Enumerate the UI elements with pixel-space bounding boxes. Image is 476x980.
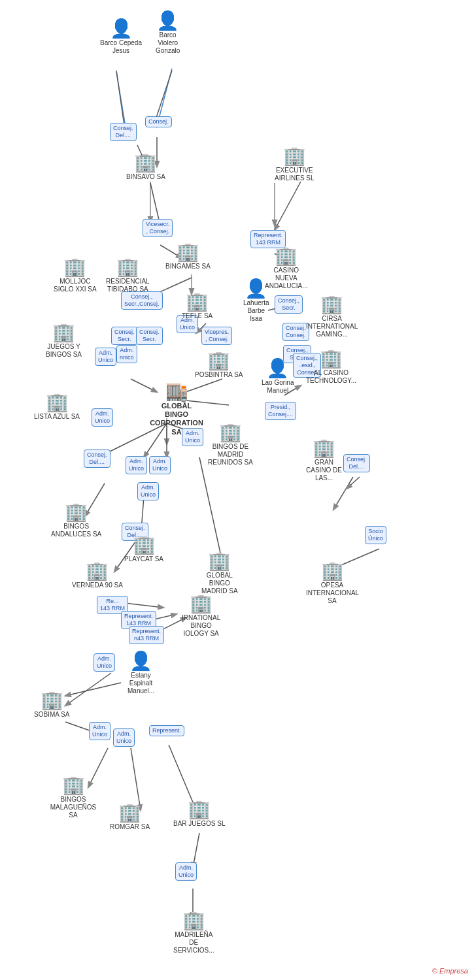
node-tefle: 🏢 TEFLE SA (182, 293, 212, 320)
node-posbintra: 🏢 POSBINTRA SA (195, 351, 243, 379)
building-icon: 🏢 (182, 911, 205, 930)
madrilena-label: MADRILEÑADESERVICIOS... (173, 931, 214, 955)
building-icon: 🏢 (65, 503, 88, 521)
barco-violero-label: BarcoVioleroGonzalo (156, 31, 180, 55)
person-barco-violero: 👤 BarcoVioleroGonzalo (156, 12, 180, 55)
building-icon: 🏢 (320, 295, 343, 314)
sobima-label: SOBIMA SA (34, 711, 69, 719)
building-icon: 🏢 (186, 293, 209, 311)
al-casino-label: AL CASINOTECHNOLOGY... (306, 369, 356, 385)
role-represent-sobima[interactable]: Represent. (149, 725, 184, 736)
role-consej-del[interactable]: Consej.Del.... (110, 123, 137, 141)
lista-azul-label: LISTA AZUL SA (34, 413, 80, 421)
role-vicesecr[interactable]: Vicesecr., Consej. (143, 219, 173, 237)
role-adm-nnico[interactable]: Adm.nnico (116, 345, 137, 363)
building-icon: 🏢 (275, 247, 298, 265)
svg-line-42 (347, 477, 360, 489)
building-icon: 🏢 (116, 258, 139, 276)
node-bingos-madrid: 🏢 BINGOS DEMADRIDREUNIDOS SA (208, 423, 253, 466)
building-icon-red: 🏬 (165, 382, 188, 400)
role-adm-unico-lista[interactable]: Adm.Unico (92, 408, 113, 427)
role-adm-unico-sobima2[interactable]: Adm.Unico (113, 728, 135, 747)
irnational-label: IRNATIONALBINGOIOLOGY SA (182, 614, 220, 638)
lao-gorina-label: Lao GorinaManuel (262, 379, 294, 395)
role-consej-secr-2[interactable]: Consej.Secr. (111, 327, 138, 345)
bingames-label: BINGAMES SA (165, 263, 211, 270)
building-icon: 🏢 (320, 350, 343, 368)
person-icon: 👤 (245, 280, 267, 298)
node-residencial: 🏢 RESIDENCIALTIBIDABO SA (106, 258, 150, 293)
building-icon: 🏢 (188, 800, 211, 819)
lahuerta-label: LahuertaBarbeIsaa (243, 299, 269, 323)
juegos-label: JUEGOS YBINGOS SA (46, 343, 82, 359)
node-madrilena: 🏢 MADRILEÑADESERVICIOS... (173, 911, 214, 955)
cirsa-label: CIRSAINTERNATIONALGAMING... (306, 315, 358, 338)
svg-line-6 (116, 71, 124, 125)
person-icon: 👤 (110, 20, 133, 38)
romgar-label: ROMGAR SA (110, 823, 150, 831)
svg-line-0 (116, 72, 126, 131)
bingos-andaluces-label: BINGOSANDALUCES SA (51, 523, 101, 538)
svg-line-7 (156, 71, 172, 120)
role-adm-unico-estany[interactable]: Adm.Unico (94, 653, 115, 672)
svg-line-26 (199, 457, 222, 562)
svg-line-32 (65, 683, 121, 696)
building-icon: 🏢 (207, 351, 230, 370)
node-al-casino: 🏢 AL CASINOTECHNOLOGY... (306, 350, 356, 385)
node-binsavo: 🏢 BINSAVO SA (126, 154, 165, 181)
building-icon: 🏢 (321, 562, 344, 580)
building-icon: 🏢 (63, 258, 86, 276)
tefle-label: TEFLE SA (182, 312, 212, 320)
role-adm-unico-sobima1[interactable]: Adm.Unico (89, 722, 110, 740)
node-bingos-andaluces: 🏢 BINGOSANDALUCES SA (51, 503, 101, 538)
footer: © Empresa (432, 967, 468, 975)
role-consej-1[interactable]: Consej. (145, 116, 172, 127)
estany-label: EstanyEspinaltManuel... (128, 672, 154, 695)
global-madrid-label: GLOBALBINGOMADRID SA (201, 572, 238, 595)
building-icon: 🏢 (62, 776, 85, 794)
node-sobima: 🏢 SOBIMA SA (34, 691, 69, 719)
role-adm-unico-2[interactable]: Adm.Unico (95, 348, 116, 366)
role-consej-consej[interactable]: Consej.Consej. (282, 323, 309, 341)
node-gran-casino: 🏢 GRANCASINO DELAS... (306, 439, 342, 482)
role-consej-del-2[interactable]: Consej.Del.... (84, 449, 110, 468)
node-lista-azul: 🏢 LISTA AZUL SA (34, 393, 80, 421)
role-socio-unico[interactable]: SocioÚnico (365, 526, 386, 544)
svg-line-33 (65, 673, 111, 706)
person-lahuerta: 👤 LahuertaBarbeIsaa (243, 280, 269, 323)
svg-line-36 (131, 748, 141, 810)
role-consej-secr-cirsa[interactable]: Consej.,Secr. (275, 295, 303, 314)
role-adm-unico-sub1[interactable]: Adm.Unico (182, 428, 203, 446)
role-adm-unico-sub4[interactable]: Adm.Unico (137, 482, 159, 500)
role-consej-secr-3[interactable]: Consej.Secr. (136, 327, 163, 345)
bingos-madrid-label: BINGOS DEMADRIDREUNIDOS SA (208, 443, 253, 466)
role-presid-consej[interactable]: Presid.,Consej.... (265, 402, 296, 420)
building-icon: 🏢 (134, 154, 157, 172)
building-icon: 🏢 (86, 562, 109, 580)
gran-casino-label: GRANCASINO DELAS... (306, 459, 342, 482)
person-barco-cepeda: 👤 Barco Cepeda Jesus (95, 20, 147, 55)
role-consej-del-gran[interactable]: Consej.Del.... (343, 454, 370, 472)
building-icon: 🏢 (41, 691, 63, 710)
building-icon: 🏢 (190, 595, 212, 613)
building-icon: 🏢 (208, 552, 231, 570)
role-represent-4[interactable]: Represent.n43 RRM (129, 626, 164, 644)
node-executive-airlines: 🏢 EXECUTIVEAIRLINES SL (275, 147, 314, 182)
node-juegos-bingos: 🏢 JUEGOS YBINGOS SA (46, 323, 82, 359)
node-bar-juegos: 🏢 BAR JUEGOS SL (173, 800, 225, 828)
executive-label: EXECUTIVEAIRLINES SL (275, 167, 314, 182)
role-adm-unico-madrilena[interactable]: Adm.Unico (175, 862, 197, 881)
node-bingos-malaguenos: 🏢 BINGOSMALAGUEÑOS SA (47, 776, 99, 819)
role-vicepres[interactable]: Vicepres., Consej. (201, 327, 232, 345)
connection-lines (0, 0, 476, 980)
role-adm-unico-sub2[interactable]: Adm.Unico (126, 456, 147, 474)
opesa-label: OPESAINTERNACIONAL SA (306, 581, 358, 605)
building-icon: 🏢 (133, 536, 156, 554)
role-consej-secr-consej[interactable]: Consej.,Secr.,Consej. (121, 291, 163, 310)
building-icon: 🏢 (46, 393, 69, 412)
person-lao-gorina: 👤 Lao GorinaManuel (262, 359, 294, 395)
playcat-label: PLAYCAT SA (124, 555, 163, 563)
building-icon: 🏢 (283, 147, 306, 165)
building-icon: 🏢 (118, 804, 141, 822)
role-adm-unico-sub3[interactable]: Adm.Unico (149, 456, 171, 474)
